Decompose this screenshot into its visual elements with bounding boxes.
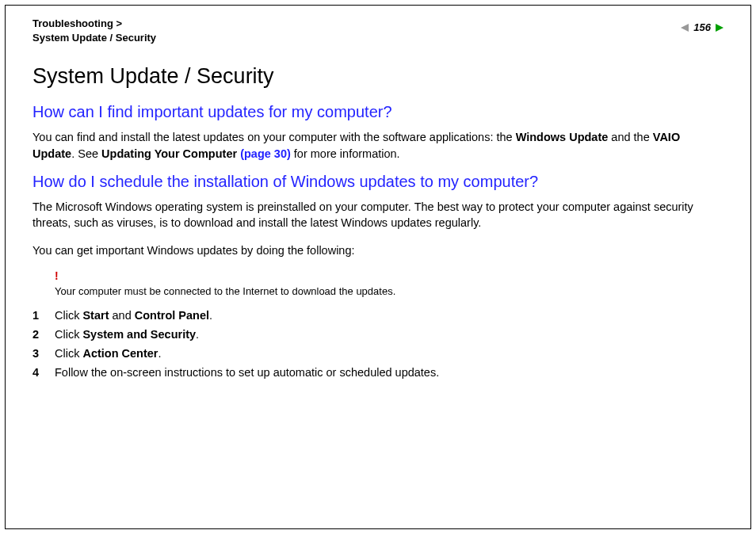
page-reference-link[interactable]: (page 30) <box>240 147 291 160</box>
step-text: Click Start and Control Panel. <box>55 309 724 322</box>
page-navigation: 156 <box>681 21 724 33</box>
step-number: 3 <box>32 347 55 360</box>
section2-heading: How do I schedule the installation of Wi… <box>32 173 724 191</box>
section2-paragraph1: The Microsoft Windows operating system i… <box>32 199 724 231</box>
text-run: . <box>158 347 162 360</box>
text-run: and the <box>608 131 652 143</box>
prev-page-icon[interactable] <box>681 24 689 32</box>
text-run: You can find and install the latest upda… <box>32 131 516 143</box>
text-run: Follow the on-screen instructions to set… <box>55 366 439 379</box>
page-header: Troubleshooting > System Update / Securi… <box>32 17 724 45</box>
content-area: System Update / Security How can I find … <box>32 64 724 378</box>
bold-text: System and Security <box>82 328 196 341</box>
page-title: System Update / Security <box>32 64 724 89</box>
text-run: Click <box>55 328 82 341</box>
step-item: 3 Click Action Center. <box>32 347 724 360</box>
breadcrumb: Troubleshooting > System Update / Securi… <box>32 17 156 45</box>
text-run: . See <box>71 147 101 160</box>
breadcrumb-line1[interactable]: Troubleshooting > <box>32 17 156 31</box>
text-run: Click <box>55 309 82 322</box>
section1-heading: How can I find important updates for my … <box>32 103 724 121</box>
step-number: 4 <box>32 366 55 379</box>
text-run: and <box>109 309 135 322</box>
next-page-icon[interactable] <box>716 24 724 32</box>
text-run: Click <box>55 347 82 360</box>
bold-text: Windows Update <box>516 131 609 143</box>
section1-paragraph: You can find and install the latest upda… <box>32 129 724 162</box>
document-page: Troubleshooting > System Update / Securi… <box>5 5 751 529</box>
section2-paragraph2: You can get important Windows updates by… <box>32 242 724 258</box>
bold-text: Start <box>82 309 109 322</box>
breadcrumb-line2[interactable]: System Update / Security <box>32 31 156 45</box>
text-run: . <box>209 309 212 322</box>
bold-text: Action Center <box>82 347 158 360</box>
warning-text: Your computer must be connected to the I… <box>55 285 395 297</box>
step-number: 2 <box>32 328 55 341</box>
step-item: 2 Click System and Security. <box>32 328 724 341</box>
steps-list: 1 Click Start and Control Panel. 2 Click… <box>32 309 724 379</box>
step-text: Click Action Center. <box>55 347 724 360</box>
bold-text: Control Panel <box>135 309 209 322</box>
step-item: 4 Follow the on-screen instructions to s… <box>32 366 724 379</box>
warning-note: ! Your computer must be connected to the… <box>55 269 724 298</box>
text-run: for more information. <box>291 147 400 160</box>
step-number: 1 <box>32 309 55 322</box>
step-item: 1 Click Start and Control Panel. <box>32 309 724 322</box>
step-text: Follow the on-screen instructions to set… <box>55 366 724 379</box>
step-text: Click System and Security. <box>55 328 724 341</box>
warning-icon: ! <box>55 269 724 282</box>
bold-text: Updating Your Computer <box>101 147 240 160</box>
text-run: . <box>196 328 199 341</box>
page-number: 156 <box>693 21 711 33</box>
